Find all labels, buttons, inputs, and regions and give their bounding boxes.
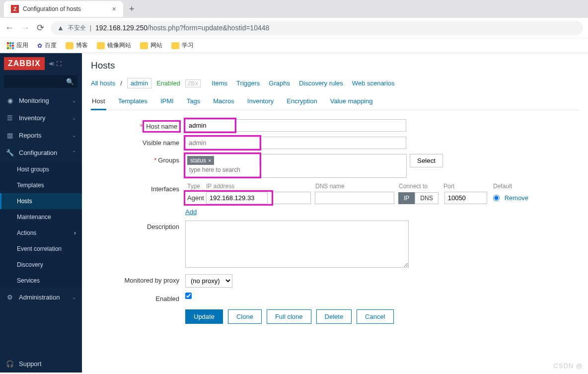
sidebar-sub-actions[interactable]: Actions› — [0, 225, 82, 241]
sidebar-sub-hostgroups[interactable]: Host groups — [0, 161, 82, 177]
folder-icon — [97, 42, 105, 49]
sidebar-item-configuration[interactable]: 🔧Configuration⌃ — [0, 144, 82, 161]
zabbix-favicon: Z — [11, 5, 19, 13]
iface-port-field[interactable] — [444, 192, 487, 204]
sidebar-item-inventory[interactable]: ☰Inventory⌄ — [0, 109, 82, 127]
zabbix-logo[interactable]: ZABBIX — [4, 57, 45, 70]
status-enabled: Enabled — [156, 79, 180, 87]
sidebar-sub-eventcorr[interactable]: Event correlation — [0, 241, 82, 257]
link-graphs[interactable]: Graphs — [269, 79, 290, 87]
back-icon[interactable]: ← — [5, 23, 14, 33]
description-field[interactable] — [185, 221, 409, 268]
breadcrumb-row: All hosts / admin Enabled ZBX Items Trig… — [91, 78, 579, 88]
bookmarks-bar: 应用 ✿百度 博客 镜像网站 网站 学习 — [0, 38, 588, 53]
link-items[interactable]: Items — [212, 79, 227, 87]
sidebar: ZABBIX ≪ ⛶ 🔍 ◉Monitoring⌄ ☰Inventory⌄ ▥R… — [0, 53, 82, 373]
label-description: Description — [91, 221, 185, 230]
enabled-checkbox[interactable] — [185, 293, 192, 299]
sidebar-sub-maintenance[interactable]: Maintenance — [0, 209, 82, 225]
chevron-down-icon: ⌄ — [72, 295, 76, 300]
update-button[interactable]: Update — [185, 309, 223, 324]
label-interfaces: Interfaces — [91, 183, 185, 193]
sidebar-sub-templates[interactable]: Templates — [0, 177, 82, 193]
select-button[interactable]: Select — [410, 154, 443, 167]
fullclone-button[interactable]: Full clone — [267, 309, 311, 324]
close-icon[interactable]: × — [112, 5, 116, 13]
remove-tag-icon[interactable]: × — [208, 157, 211, 163]
hostname-field[interactable] — [185, 119, 235, 132]
visiblename-field[interactable] — [185, 137, 260, 149]
collapse-icon[interactable]: ≪ ⛶ — [49, 61, 62, 67]
label-visiblename: Visible name — [91, 137, 185, 147]
sidebar-item-administration[interactable]: ⚙Administration⌄ — [0, 289, 82, 306]
tab-ipmi[interactable]: IPMI — [159, 93, 175, 110]
tab-tags[interactable]: Tags — [186, 93, 201, 110]
link-triggers[interactable]: Triggers — [236, 79, 260, 87]
link-web[interactable]: Web scenarios — [352, 79, 395, 87]
tab-valuemap[interactable]: Value mapping — [329, 93, 374, 110]
add-interface-link[interactable]: Add — [185, 208, 197, 216]
link-discovery[interactable]: Discovery rules — [299, 79, 343, 87]
paw-icon: ✿ — [37, 42, 42, 49]
sidebar-support[interactable]: 🎧Support — [0, 355, 82, 373]
sidebar-sub-hosts[interactable]: Hosts — [0, 193, 82, 209]
sidebar-sub-services[interactable]: Services — [0, 273, 82, 289]
browser-tab-bar: Z Configuration of hosts × + — [0, 0, 588, 18]
cancel-button[interactable]: Cancel — [357, 309, 393, 324]
list-icon: ☰ — [6, 114, 14, 122]
breadcrumb-all[interactable]: All hosts — [91, 79, 115, 87]
eye-icon: ◉ — [6, 97, 14, 104]
iface-ip-field[interactable] — [206, 192, 268, 204]
tab-inventory[interactable]: Inventory — [246, 93, 275, 110]
watermark: CSDN @ — [553, 362, 583, 370]
host-tabs: Host Templates IPMI Tags Macros Inventor… — [91, 93, 579, 110]
iface-ip-field-ext[interactable] — [270, 192, 311, 204]
reload-icon[interactable]: ⟳ — [37, 22, 44, 33]
chevron-down-icon: ⌄ — [72, 115, 76, 121]
iface-remove-link[interactable]: Remove — [505, 194, 528, 202]
warning-icon: ▲ — [57, 24, 64, 32]
host-form: *Host name Visible name *Groups status× — [91, 119, 579, 324]
breadcrumb-current[interactable]: admin — [127, 78, 151, 88]
proxy-select[interactable]: (no proxy) — [185, 274, 232, 288]
label-monitoredby: Monitored by proxy — [91, 274, 185, 284]
tab-templates[interactable]: Templates — [117, 93, 148, 110]
groups-box[interactable]: status× — [185, 154, 260, 177]
search-icon: 🔍 — [66, 78, 74, 85]
label-enabled: Enabled — [91, 293, 185, 302]
bookmark-blog[interactable]: 博客 — [66, 41, 88, 50]
delete-button[interactable]: Delete — [316, 309, 352, 324]
tab-encryption[interactable]: Encryption — [286, 93, 318, 110]
connect-ip-button[interactable]: IP — [398, 192, 415, 204]
new-tab-button[interactable]: + — [123, 4, 141, 14]
clone-button[interactable]: Clone — [228, 309, 262, 324]
browser-tab[interactable]: Z Configuration of hosts × — [4, 1, 123, 17]
bookmark-site[interactable]: 网站 — [140, 41, 162, 50]
apps-button[interactable]: 应用 — [7, 41, 28, 50]
sidebar-item-monitoring[interactable]: ◉Monitoring⌄ — [0, 92, 82, 109]
url-input[interactable]: ▲ 不安全 | 192.168.129.250/hosts.php?form=u… — [51, 21, 583, 35]
bar-icon: ▥ — [6, 132, 14, 139]
iface-default-radio[interactable] — [493, 195, 500, 201]
main-content: Hosts All hosts / admin Enabled ZBX Item… — [82, 53, 588, 373]
sidebar-item-reports[interactable]: ▥Reports⌄ — [0, 127, 82, 144]
tab-macros[interactable]: Macros — [212, 93, 235, 110]
forward-icon: → — [21, 23, 30, 33]
hostname-field-ext[interactable] — [234, 119, 406, 132]
group-search-input[interactable] — [187, 165, 287, 175]
chevron-right-icon: › — [74, 229, 76, 236]
bookmark-baidu[interactable]: ✿百度 — [37, 41, 57, 50]
visiblename-field-ext[interactable] — [259, 137, 406, 149]
gear-icon: ⚙ — [6, 294, 14, 301]
form-buttons: Update Clone Full clone Delete Cancel — [185, 309, 579, 324]
bookmark-mirror[interactable]: 镜像网站 — [97, 41, 131, 50]
sidebar-search[interactable]: 🔍 — [4, 75, 78, 88]
group-tag[interactable]: status× — [187, 156, 214, 165]
tab-host[interactable]: Host — [91, 93, 106, 110]
connect-dns-button[interactable]: DNS — [415, 192, 438, 204]
iface-dns-field[interactable] — [315, 192, 394, 204]
bookmark-study[interactable]: 学习 — [171, 41, 194, 50]
zbx-badge: ZBX — [185, 79, 201, 87]
sidebar-sub-discovery[interactable]: Discovery — [0, 257, 82, 273]
wrench-icon: 🔧 — [6, 149, 14, 156]
